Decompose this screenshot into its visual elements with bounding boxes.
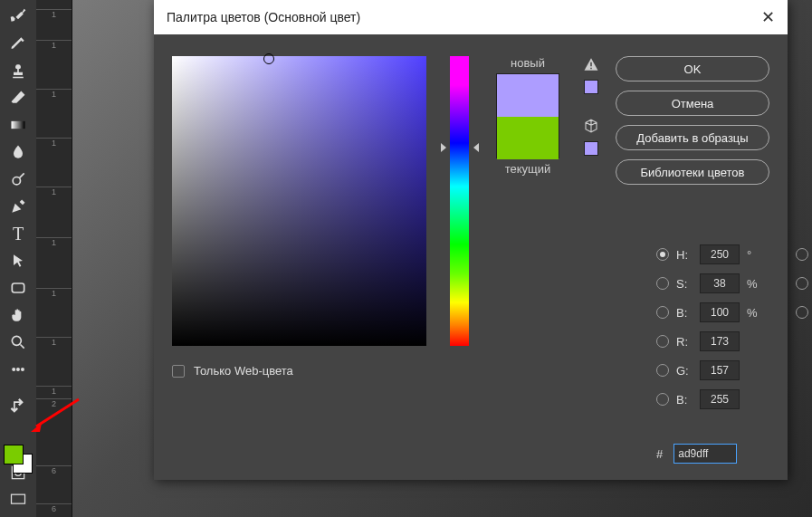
- sv-indicator[interactable]: [263, 53, 274, 64]
- ruler-tick: 1: [36, 89, 72, 99]
- ruler-tick: 1: [36, 288, 72, 298]
- hue-arrow-right-icon: [473, 143, 479, 152]
- eyedropper-plus-icon[interactable]: [4, 4, 33, 29]
- g-label: G:: [676, 364, 693, 378]
- h-radio[interactable]: [656, 248, 669, 261]
- r-radio[interactable]: [656, 335, 669, 348]
- svg-rect-8: [590, 68, 592, 70]
- ruler-tick: 1: [36, 386, 72, 396]
- bv-unit: %: [747, 306, 759, 320]
- websafe-swatch[interactable]: [584, 141, 598, 156]
- a-radio[interactable]: [796, 277, 808, 290]
- zoom-icon[interactable]: [4, 330, 33, 355]
- bv-label: B:: [676, 306, 693, 320]
- h-unit: °: [747, 248, 759, 262]
- ruler-tick: 6: [36, 465, 72, 475]
- ruler-tick: 2: [36, 398, 72, 408]
- brush-icon[interactable]: [4, 31, 33, 56]
- h-label: H:: [676, 248, 693, 262]
- vertical-ruler: 1 1 1 1 1 1 1 1 1 2 6 6: [36, 0, 72, 517]
- svg-rect-2: [12, 283, 24, 292]
- hue-arrow-left-icon: [441, 143, 446, 152]
- svg-point-1: [13, 177, 20, 185]
- g-input[interactable]: [700, 360, 740, 380]
- svg-point-3: [12, 336, 21, 345]
- web-only-label: Только Web-цвета: [194, 364, 293, 378]
- web-only-checkbox[interactable]: [172, 365, 185, 378]
- s-label: S:: [676, 277, 693, 291]
- ruler-tick: 1: [36, 237, 72, 247]
- warning-icon[interactable]: [583, 56, 599, 72]
- eraser-icon[interactable]: [4, 85, 33, 110]
- s-unit: %: [747, 277, 759, 291]
- cube-icon[interactable]: [583, 118, 599, 134]
- blur-icon[interactable]: [4, 139, 33, 165]
- tools-panel: T •••: [0, 0, 36, 517]
- bb-label: B:: [676, 393, 693, 407]
- ruler-tick: 1: [36, 9, 72, 19]
- ruler-tick: 1: [36, 187, 72, 196]
- bb-input[interactable]: [700, 389, 740, 409]
- svg-rect-7: [590, 62, 592, 67]
- saturation-value-field[interactable]: [172, 56, 426, 346]
- ok-button[interactable]: OK: [616, 56, 769, 81]
- ruler-tick: 1: [36, 337, 72, 347]
- current-label: текущий: [496, 162, 559, 176]
- swap-colors-icon[interactable]: [4, 395, 33, 420]
- rectangle-icon[interactable]: [4, 275, 33, 301]
- ruler-tick: 1: [36, 138, 72, 148]
- path-select-icon[interactable]: [4, 248, 33, 273]
- color-picker-dialog: Палитра цветов (Основной цвет) ✕ новый т…: [154, 0, 788, 480]
- stamp-icon[interactable]: [4, 58, 33, 83]
- more-icon[interactable]: •••: [4, 357, 33, 382]
- ruler-tick: 6: [36, 503, 72, 513]
- ruler-tick: 1: [36, 40, 72, 50]
- bv-radio[interactable]: [656, 306, 669, 319]
- screenmode-icon[interactable]: [4, 487, 33, 512]
- new-color-swatch[interactable]: [497, 74, 559, 117]
- s-input[interactable]: [700, 273, 740, 293]
- hex-input[interactable]: [673, 444, 737, 464]
- g-radio[interactable]: [656, 364, 669, 377]
- color-swatches[interactable]: [4, 445, 36, 481]
- add-to-swatches-button[interactable]: Добавить в образцы: [616, 125, 769, 150]
- bv-input[interactable]: [700, 302, 740, 322]
- bb-radio[interactable]: [656, 393, 669, 406]
- s-radio[interactable]: [656, 277, 669, 290]
- hue-slider[interactable]: [450, 56, 469, 346]
- r-label: R:: [676, 335, 693, 349]
- r-input[interactable]: [700, 331, 740, 351]
- color-compare: новый текущий: [496, 56, 559, 346]
- svg-rect-6: [12, 494, 25, 503]
- close-icon[interactable]: ✕: [761, 7, 775, 27]
- gamut-swatch[interactable]: [584, 80, 598, 94]
- l-radio[interactable]: [796, 248, 808, 261]
- foreground-swatch[interactable]: [4, 445, 24, 464]
- pen-icon[interactable]: [4, 194, 33, 219]
- svg-rect-0: [12, 121, 25, 129]
- dialog-title: Палитра цветов (Основной цвет): [167, 10, 360, 24]
- hand-icon[interactable]: [4, 302, 33, 328]
- new-label: новый: [496, 56, 559, 70]
- h-input[interactable]: [700, 244, 740, 264]
- cancel-button[interactable]: Отмена: [616, 91, 769, 116]
- b-radio[interactable]: [796, 306, 808, 319]
- dialog-titlebar[interactable]: Палитра цветов (Основной цвет) ✕: [154, 0, 788, 34]
- color-libraries-button[interactable]: Библиотеки цветов: [616, 159, 769, 185]
- type-icon[interactable]: T: [4, 221, 33, 246]
- current-color-swatch[interactable]: [497, 117, 559, 159]
- gradient-icon[interactable]: [4, 112, 33, 138]
- dodge-icon[interactable]: [4, 167, 33, 192]
- hex-label: #: [656, 447, 663, 461]
